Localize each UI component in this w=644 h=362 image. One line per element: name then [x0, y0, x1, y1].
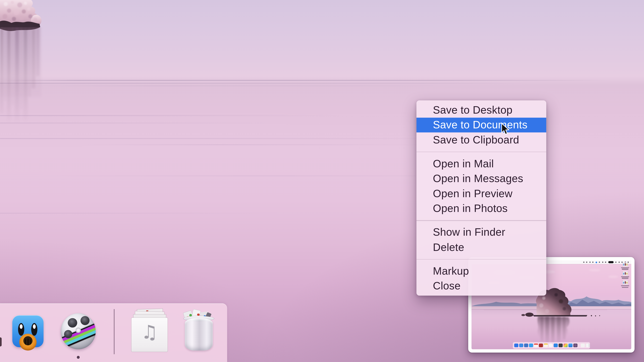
mini-dock-icon-finder	[514, 343, 518, 347]
thumb-detail	[625, 263, 626, 266]
rock-reflection	[0, 27, 41, 129]
mini-menubar-dot-icon	[615, 262, 616, 263]
mini-dock	[513, 342, 590, 348]
mini-dock-icon-calendar	[534, 343, 538, 347]
water-streak	[0, 213, 283, 213]
menu-item-close[interactable]: Close	[416, 279, 546, 294]
sheet-mark	[146, 311, 148, 311]
mini-menubar-dot-icon	[583, 262, 584, 263]
trash-body	[185, 318, 213, 351]
menu-item-save-to-documents[interactable]: Save to Documents	[416, 117, 546, 132]
music-file-sheet: ♫	[132, 318, 168, 352]
tweetbot-beak	[19, 334, 37, 351]
dock: ♫	[0, 303, 227, 362]
mini-menubar-dot-icon	[589, 262, 590, 263]
water-streak	[26, 86, 451, 86]
mini-file-label-line	[622, 287, 628, 288]
thumb-detail	[623, 263, 624, 265]
menu-separator	[416, 151, 546, 152]
water-streak	[0, 83, 528, 83]
mini-desktop-file	[620, 262, 630, 270]
menu-section-open: Open in Mail Open in Messages Open in Pr…	[416, 156, 546, 216]
water-streak	[77, 144, 432, 145]
menu-section-other: Markup Close	[416, 264, 546, 294]
menu-separator	[416, 259, 546, 260]
mini-file-label-line	[622, 278, 628, 279]
mini-file-thumbnail	[622, 262, 628, 267]
mini-desktop-file	[620, 272, 630, 279]
screenshot-context-menu: Save to Desktop Save to Documents Save t…	[416, 100, 546, 296]
mini-file-thumbnail	[622, 281, 628, 285]
mini-file-label-line	[621, 276, 629, 277]
mini-rock-reflection	[538, 317, 570, 345]
mini-file-label-line	[621, 285, 629, 286]
mini-file-label-line	[621, 267, 629, 268]
mini-desktop-file	[620, 281, 630, 288]
water-streak	[0, 115, 374, 116]
tweetbot-beak-grill	[25, 339, 31, 345]
tweetbot-app-icon[interactable]	[12, 315, 44, 348]
mini-dock-icon-trash	[586, 343, 590, 347]
water-streak	[0, 80, 644, 81]
mini-dock-icon-messages	[529, 343, 533, 347]
mini-dock-icon-itunes	[549, 343, 553, 347]
mini-menubar-dot-icon	[592, 262, 594, 263]
mini-dock-icon-time-machine	[559, 343, 562, 347]
mini-dock-icon-photos	[564, 343, 568, 347]
reel-hole	[80, 316, 90, 325]
running-indicator	[77, 356, 80, 359]
mini-menubar-dot-icon	[605, 262, 606, 263]
menu-section-save: Save to Desktop Save to Documents Save t…	[416, 102, 546, 147]
thumb-detail	[626, 263, 628, 265]
menu-item-open-in-preview[interactable]: Open in Preview	[416, 186, 546, 201]
music-note-icon: ♫	[132, 323, 168, 342]
menu-item-open-in-mail[interactable]: Open in Mail	[416, 156, 546, 171]
water-streak	[0, 138, 464, 139]
mini-dock-icon-safari	[519, 343, 523, 347]
thumb-detail	[626, 273, 628, 275]
thumb-detail	[623, 273, 624, 275]
mini-menubar-dot-icon	[602, 262, 603, 263]
mouse-cursor	[501, 123, 509, 135]
menu-section-file: Show in Finder Delete	[416, 225, 546, 255]
mini-file-thumbnail	[622, 272, 628, 276]
menu-item-open-in-photos[interactable]: Open in Photos	[416, 201, 546, 216]
menu-separator	[416, 220, 546, 221]
reel-hole	[64, 330, 72, 338]
mini-small-rock	[525, 313, 534, 317]
menu-item-delete[interactable]: Delete	[416, 240, 546, 255]
menu-item-save-to-clipboard[interactable]: Save to Clipboard	[416, 132, 546, 147]
mini-dock-icon-pinwheel	[574, 343, 577, 347]
thumb-detail	[625, 272, 626, 275]
trash-scrap	[197, 314, 200, 316]
thumb-detail	[625, 281, 626, 284]
reel-hub	[76, 328, 81, 333]
tweetbot-eye	[31, 323, 38, 336]
menu-item-save-to-desktop[interactable]: Save to Desktop	[416, 102, 546, 117]
mini-menubar-blue-icon	[595, 261, 597, 263]
menu-item-markup[interactable]: Markup	[416, 264, 546, 279]
mini-dock-icon-tweetbot	[568, 343, 572, 347]
menu-item-show-in-finder[interactable]: Show in Finder	[416, 225, 546, 240]
mini-menubar-dot-icon	[618, 262, 620, 263]
menu-item-open-in-messages[interactable]: Open in Messages	[416, 171, 546, 186]
mini-file-label-line	[622, 269, 628, 270]
mini-menubar-pill-icon	[608, 261, 613, 263]
mini-menubar-dot-icon	[599, 262, 600, 263]
mini-desktop-files	[620, 262, 630, 288]
mini-dock-icon-file-stack	[581, 343, 585, 347]
tweetbot-eye	[18, 323, 24, 336]
thumb-detail	[623, 282, 624, 284]
eye-glint	[20, 324, 22, 329]
trash-icon[interactable]	[182, 310, 216, 351]
mini-dock-icon-notes	[544, 343, 548, 347]
desktop: Save to Desktop Save to Documents Save t…	[0, 0, 644, 362]
mini-menubar-dot-icon	[586, 262, 588, 263]
dock-separator	[114, 309, 114, 354]
cropped-dock-icon	[0, 337, 2, 346]
mini-dock-icon-mail	[524, 343, 528, 347]
eye-glint	[33, 324, 36, 329]
screenflow-app-icon[interactable]	[61, 313, 96, 349]
mini-dock-icon-itunes-store	[539, 343, 543, 347]
file-stack-icon[interactable]: ♫	[131, 309, 168, 352]
